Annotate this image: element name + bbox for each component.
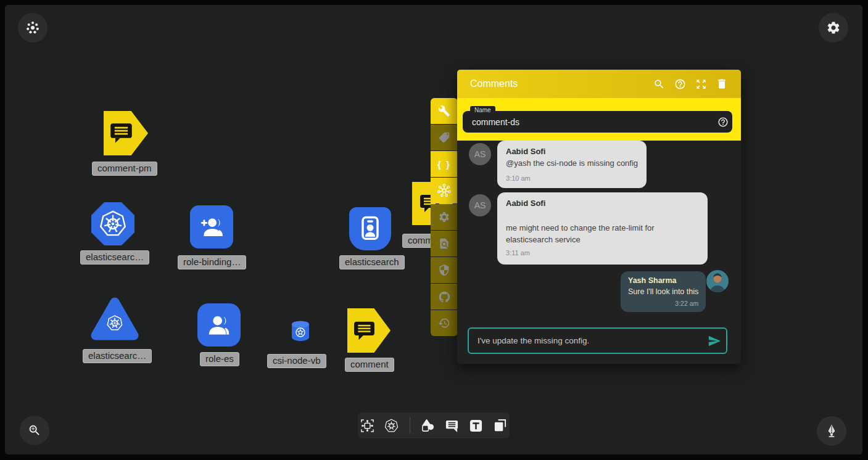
braces-icon: { } [437,159,451,170]
name-section: Name [457,98,741,141]
help-icon [717,117,729,128]
delete-button[interactable] [711,73,732,94]
storage-cylinder-icon [289,319,312,343]
message-text: Sure I'll look into this [628,286,698,297]
comment-tool-button[interactable] [445,418,460,433]
name-input[interactable] [463,117,714,127]
kubernetes-wheel-icon [437,183,452,198]
message-time: 3:11 am [506,249,699,257]
user-photo-icon [706,270,729,292]
avatar-photo [706,270,729,295]
name-field[interactable]: Name [463,111,732,133]
message: AS [469,194,491,216]
name-field-label: Name [470,106,495,115]
comment-input[interactable] [469,336,703,345]
wrench-icon [438,105,450,117]
send-button[interactable] [703,329,726,353]
history-icon [438,317,450,329]
node-label: elasticsearch [339,255,405,269]
app-menu-button[interactable] [18,13,48,43]
panel-title: Comments [470,78,648,89]
tag-icon [438,131,450,144]
pen-nib-icon [824,424,839,438]
expand-button[interactable] [690,73,711,94]
role-icon [205,311,233,339]
kubernetes-icon [384,419,399,433]
zoom-in-icon [28,424,41,437]
node-elasticsearch-triangle[interactable] [90,295,139,344]
message-text: @yash the csi-node is missing config [506,158,638,170]
meshery-wheel-icon [25,20,40,35]
shapes-button[interactable] [421,418,436,433]
doc-search-icon [438,237,450,250]
comment-icon [110,123,133,144]
service-account-icon [357,214,384,244]
search-icon [653,78,665,90]
component-icon [360,419,374,433]
text-tool-button[interactable] [469,418,484,433]
json-config-button[interactable]: { } [431,151,458,177]
design-canvas-app: comment-pm elasticsearc… role-bindi [0,0,868,460]
kubernetes-icon [99,210,127,238]
message-time: 3:22 am [628,300,698,307]
kubernetes-triangle-icon [90,295,139,344]
settings-button[interactable] [819,13,848,43]
send-icon [708,334,721,348]
gear-icon [438,211,450,223]
message-bubble: Aabid Sofi me might need to change the r… [497,192,708,265]
avatar: AS [469,143,491,165]
note-tool-button[interactable] [493,418,508,433]
kubernetes-button[interactable] [431,178,458,203]
search-comments-button[interactable] [648,73,669,94]
comments-panel-header[interactable]: Comments [457,70,741,98]
inspect-document-button[interactable] [431,231,458,257]
history-button[interactable] [431,310,458,336]
kubernetes-button[interactable] [384,418,399,433]
text-icon [469,419,483,433]
node-role-es[interactable] [197,303,241,347]
shapes-icon [421,419,435,433]
node-label: elasticsearc… [83,349,152,363]
node-elasticsearch-octagon[interactable] [91,202,134,245]
zoom-button[interactable] [20,416,49,445]
note-icon [493,419,507,433]
security-button[interactable] [431,257,458,283]
comment-icon [445,419,459,433]
github-button[interactable] [431,284,458,310]
gear-icon [826,20,841,35]
shield-icon [438,264,450,276]
message-author: Yash Sharma [628,276,698,285]
comment-icon [353,321,376,341]
trash-icon [716,78,728,90]
node-label: comment [345,358,394,372]
tags-button[interactable] [431,125,458,150]
message-time: 3:10 am [506,175,638,182]
github-icon [438,290,451,303]
message-bubble: Yash Sharma Sure I'll look into this 3:2… [621,271,706,312]
node-action-toolbar: { } [431,98,458,336]
node-label: elasticsearc… [80,250,149,265]
toolbar-divider [410,417,410,433]
message-author: Aabid Sofi [506,199,699,208]
avatar: AS [469,194,491,216]
comment-input-wrap [468,327,727,354]
node-label: role-binding… [178,255,246,269]
node-elasticsearch-badge[interactable] [349,207,391,250]
comments-panel: Comments Name A [457,70,741,364]
expand-icon [695,78,707,90]
pen-tool-button[interactable] [817,416,846,446]
settings-button[interactable] [431,204,458,230]
shape-toolbar [358,413,510,438]
message-bubble: Aabid Sofi @yash the csi-node is missing… [497,141,647,188]
configure-button[interactable] [431,98,458,124]
component-topology-button[interactable] [360,418,375,433]
node-label: role-es [200,352,239,366]
name-help-button[interactable] [714,112,732,133]
help-icon [674,78,686,90]
node-label: csi-node-vb [267,354,326,368]
role-binding-icon [197,213,226,241]
help-button[interactable] [669,73,690,94]
message-author: Aabid Sofi [506,147,638,156]
node-role-binding[interactable] [190,205,233,248]
node-csi-node-vb[interactable] [289,319,312,343]
